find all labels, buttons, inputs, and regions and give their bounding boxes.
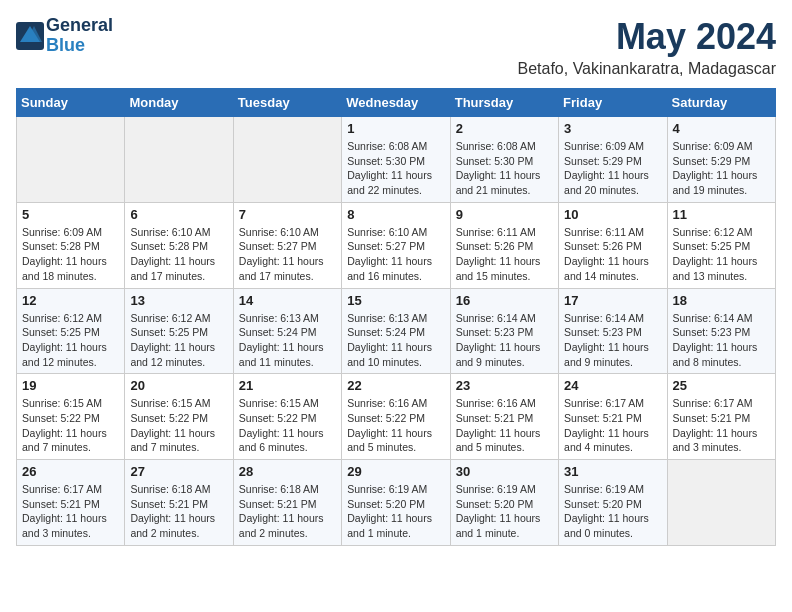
- calendar-cell: 26Sunrise: 6:17 AMSunset: 5:21 PMDayligh…: [17, 460, 125, 546]
- day-number: 25: [673, 378, 770, 393]
- day-info: Sunrise: 6:15 AMSunset: 5:22 PMDaylight:…: [130, 396, 227, 455]
- calendar-cell: 9Sunrise: 6:11 AMSunset: 5:26 PMDaylight…: [450, 202, 558, 288]
- calendar-cell: 12Sunrise: 6:12 AMSunset: 5:25 PMDayligh…: [17, 288, 125, 374]
- day-info: Sunrise: 6:17 AMSunset: 5:21 PMDaylight:…: [564, 396, 661, 455]
- day-info: Sunrise: 6:17 AMSunset: 5:21 PMDaylight:…: [22, 482, 119, 541]
- day-number: 28: [239, 464, 336, 479]
- calendar-cell: [233, 117, 341, 203]
- logo-icon: [16, 22, 44, 50]
- day-number: 4: [673, 121, 770, 136]
- calendar-week-row: 1Sunrise: 6:08 AMSunset: 5:30 PMDaylight…: [17, 117, 776, 203]
- day-number: 1: [347, 121, 444, 136]
- calendar-cell: 27Sunrise: 6:18 AMSunset: 5:21 PMDayligh…: [125, 460, 233, 546]
- day-info: Sunrise: 6:09 AMSunset: 5:29 PMDaylight:…: [564, 139, 661, 198]
- day-number: 10: [564, 207, 661, 222]
- calendar-cell: 21Sunrise: 6:15 AMSunset: 5:22 PMDayligh…: [233, 374, 341, 460]
- logo-general-text: General: [46, 15, 113, 35]
- calendar-cell: [667, 460, 775, 546]
- day-info: Sunrise: 6:19 AMSunset: 5:20 PMDaylight:…: [564, 482, 661, 541]
- day-number: 21: [239, 378, 336, 393]
- logo: General Blue: [16, 16, 113, 56]
- location-title: Betafo, Vakinankaratra, Madagascar: [517, 60, 776, 78]
- calendar-cell: [17, 117, 125, 203]
- day-info: Sunrise: 6:16 AMSunset: 5:22 PMDaylight:…: [347, 396, 444, 455]
- calendar-cell: 3Sunrise: 6:09 AMSunset: 5:29 PMDaylight…: [559, 117, 667, 203]
- day-header-friday: Friday: [559, 89, 667, 117]
- day-number: 30: [456, 464, 553, 479]
- day-number: 13: [130, 293, 227, 308]
- day-number: 9: [456, 207, 553, 222]
- day-number: 18: [673, 293, 770, 308]
- day-info: Sunrise: 6:12 AMSunset: 5:25 PMDaylight:…: [673, 225, 770, 284]
- day-info: Sunrise: 6:15 AMSunset: 5:22 PMDaylight:…: [239, 396, 336, 455]
- day-info: Sunrise: 6:11 AMSunset: 5:26 PMDaylight:…: [564, 225, 661, 284]
- page-header: General Blue May 2024 Betafo, Vakinankar…: [16, 16, 776, 78]
- calendar-cell: 19Sunrise: 6:15 AMSunset: 5:22 PMDayligh…: [17, 374, 125, 460]
- day-number: 31: [564, 464, 661, 479]
- day-number: 29: [347, 464, 444, 479]
- calendar-cell: 11Sunrise: 6:12 AMSunset: 5:25 PMDayligh…: [667, 202, 775, 288]
- calendar-cell: 28Sunrise: 6:18 AMSunset: 5:21 PMDayligh…: [233, 460, 341, 546]
- calendar-cell: 20Sunrise: 6:15 AMSunset: 5:22 PMDayligh…: [125, 374, 233, 460]
- calendar-cell: 25Sunrise: 6:17 AMSunset: 5:21 PMDayligh…: [667, 374, 775, 460]
- day-number: 12: [22, 293, 119, 308]
- day-header-sunday: Sunday: [17, 89, 125, 117]
- title-block: May 2024 Betafo, Vakinankaratra, Madagas…: [517, 16, 776, 78]
- day-number: 20: [130, 378, 227, 393]
- day-number: 23: [456, 378, 553, 393]
- calendar-cell: 16Sunrise: 6:14 AMSunset: 5:23 PMDayligh…: [450, 288, 558, 374]
- day-info: Sunrise: 6:09 AMSunset: 5:29 PMDaylight:…: [673, 139, 770, 198]
- logo-blue-text: Blue: [46, 35, 85, 55]
- day-number: 22: [347, 378, 444, 393]
- day-info: Sunrise: 6:14 AMSunset: 5:23 PMDaylight:…: [564, 311, 661, 370]
- day-info: Sunrise: 6:14 AMSunset: 5:23 PMDaylight:…: [673, 311, 770, 370]
- day-number: 5: [22, 207, 119, 222]
- calendar-cell: 6Sunrise: 6:10 AMSunset: 5:28 PMDaylight…: [125, 202, 233, 288]
- calendar-week-row: 26Sunrise: 6:17 AMSunset: 5:21 PMDayligh…: [17, 460, 776, 546]
- day-number: 19: [22, 378, 119, 393]
- day-number: 17: [564, 293, 661, 308]
- calendar-cell: 10Sunrise: 6:11 AMSunset: 5:26 PMDayligh…: [559, 202, 667, 288]
- day-info: Sunrise: 6:18 AMSunset: 5:21 PMDaylight:…: [130, 482, 227, 541]
- day-info: Sunrise: 6:08 AMSunset: 5:30 PMDaylight:…: [347, 139, 444, 198]
- calendar-week-row: 12Sunrise: 6:12 AMSunset: 5:25 PMDayligh…: [17, 288, 776, 374]
- day-header-monday: Monday: [125, 89, 233, 117]
- day-info: Sunrise: 6:19 AMSunset: 5:20 PMDaylight:…: [456, 482, 553, 541]
- calendar-cell: 7Sunrise: 6:10 AMSunset: 5:27 PMDaylight…: [233, 202, 341, 288]
- day-number: 3: [564, 121, 661, 136]
- day-info: Sunrise: 6:14 AMSunset: 5:23 PMDaylight:…: [456, 311, 553, 370]
- calendar-week-row: 19Sunrise: 6:15 AMSunset: 5:22 PMDayligh…: [17, 374, 776, 460]
- day-info: Sunrise: 6:11 AMSunset: 5:26 PMDaylight:…: [456, 225, 553, 284]
- day-number: 7: [239, 207, 336, 222]
- day-number: 11: [673, 207, 770, 222]
- day-info: Sunrise: 6:08 AMSunset: 5:30 PMDaylight:…: [456, 139, 553, 198]
- day-info: Sunrise: 6:15 AMSunset: 5:22 PMDaylight:…: [22, 396, 119, 455]
- day-number: 14: [239, 293, 336, 308]
- day-number: 6: [130, 207, 227, 222]
- day-info: Sunrise: 6:16 AMSunset: 5:21 PMDaylight:…: [456, 396, 553, 455]
- calendar-cell: 29Sunrise: 6:19 AMSunset: 5:20 PMDayligh…: [342, 460, 450, 546]
- calendar-cell: 17Sunrise: 6:14 AMSunset: 5:23 PMDayligh…: [559, 288, 667, 374]
- calendar-cell: 18Sunrise: 6:14 AMSunset: 5:23 PMDayligh…: [667, 288, 775, 374]
- calendar-cell: 2Sunrise: 6:08 AMSunset: 5:30 PMDaylight…: [450, 117, 558, 203]
- day-info: Sunrise: 6:12 AMSunset: 5:25 PMDaylight:…: [22, 311, 119, 370]
- calendar-cell: 24Sunrise: 6:17 AMSunset: 5:21 PMDayligh…: [559, 374, 667, 460]
- calendar-cell: 5Sunrise: 6:09 AMSunset: 5:28 PMDaylight…: [17, 202, 125, 288]
- calendar-cell: 8Sunrise: 6:10 AMSunset: 5:27 PMDaylight…: [342, 202, 450, 288]
- day-info: Sunrise: 6:12 AMSunset: 5:25 PMDaylight:…: [130, 311, 227, 370]
- day-number: 2: [456, 121, 553, 136]
- day-info: Sunrise: 6:19 AMSunset: 5:20 PMDaylight:…: [347, 482, 444, 541]
- calendar-cell: [125, 117, 233, 203]
- day-header-tuesday: Tuesday: [233, 89, 341, 117]
- calendar-table: SundayMondayTuesdayWednesdayThursdayFrid…: [16, 88, 776, 546]
- day-number: 24: [564, 378, 661, 393]
- day-info: Sunrise: 6:13 AMSunset: 5:24 PMDaylight:…: [239, 311, 336, 370]
- calendar-week-row: 5Sunrise: 6:09 AMSunset: 5:28 PMDaylight…: [17, 202, 776, 288]
- day-info: Sunrise: 6:18 AMSunset: 5:21 PMDaylight:…: [239, 482, 336, 541]
- day-header-thursday: Thursday: [450, 89, 558, 117]
- day-info: Sunrise: 6:10 AMSunset: 5:28 PMDaylight:…: [130, 225, 227, 284]
- calendar-cell: 13Sunrise: 6:12 AMSunset: 5:25 PMDayligh…: [125, 288, 233, 374]
- day-info: Sunrise: 6:17 AMSunset: 5:21 PMDaylight:…: [673, 396, 770, 455]
- day-header-wednesday: Wednesday: [342, 89, 450, 117]
- day-number: 27: [130, 464, 227, 479]
